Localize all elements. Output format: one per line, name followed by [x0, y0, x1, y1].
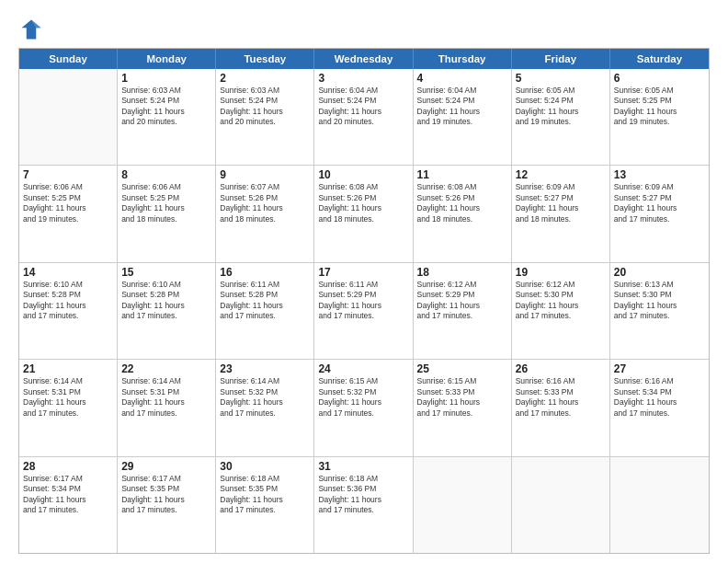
cell-info: Sunrise: 6:14 AMSunset: 5:31 PMDaylight:…	[23, 376, 113, 419]
calendar-row-3: 14Sunrise: 6:10 AMSunset: 5:28 PMDayligh…	[19, 262, 709, 359]
cell-info: Sunrise: 6:11 AMSunset: 5:29 PMDaylight:…	[318, 280, 408, 322]
day-number: 21	[23, 362, 113, 375]
page: SundayMondayTuesdayWednesdayThursdayFrid…	[0, 0, 728, 563]
calendar-cell-4-1: 21Sunrise: 6:14 AMSunset: 5:31 PMDayligh…	[19, 360, 118, 455]
cell-info: Sunrise: 6:15 AMSunset: 5:33 PMDaylight:…	[417, 376, 507, 419]
calendar-cell-5-4: 31Sunrise: 6:18 AMSunset: 5:36 PMDayligh…	[314, 457, 413, 553]
cell-info: Sunrise: 6:16 AMSunset: 5:33 PMDaylight:…	[516, 376, 606, 419]
day-number: 27	[614, 362, 705, 375]
cell-info: Sunrise: 6:15 AMSunset: 5:32 PMDaylight:…	[318, 376, 408, 419]
calendar-cell-4-4: 24Sunrise: 6:15 AMSunset: 5:32 PMDayligh…	[314, 360, 413, 455]
cell-info: Sunrise: 6:18 AMSunset: 5:36 PMDaylight:…	[318, 474, 408, 516]
header-day-thursday: Thursday	[414, 49, 512, 69]
calendar-body: 1Sunrise: 6:03 AMSunset: 5:24 PMDaylight…	[19, 69, 709, 553]
day-number: 26	[516, 362, 606, 375]
day-number: 28	[23, 460, 113, 473]
calendar-row-1: 1Sunrise: 6:03 AMSunset: 5:24 PMDaylight…	[19, 69, 709, 165]
cell-info: Sunrise: 6:17 AMSunset: 5:34 PMDaylight:…	[23, 474, 113, 516]
calendar-cell-2-4: 10Sunrise: 6:08 AMSunset: 5:26 PMDayligh…	[314, 166, 413, 261]
calendar-cell-5-3: 30Sunrise: 6:18 AMSunset: 5:35 PMDayligh…	[216, 457, 314, 553]
day-number: 8	[121, 168, 211, 181]
calendar-cell-5-2: 29Sunrise: 6:17 AMSunset: 5:35 PMDayligh…	[118, 457, 216, 553]
calendar-cell-5-6	[512, 457, 610, 553]
header-day-sunday: Sunday	[19, 49, 118, 69]
calendar-row-2: 7Sunrise: 6:06 AMSunset: 5:25 PMDaylight…	[19, 165, 709, 261]
calendar-cell-3-2: 15Sunrise: 6:10 AMSunset: 5:28 PMDayligh…	[118, 263, 216, 359]
day-number: 1	[121, 72, 211, 85]
day-number: 23	[220, 362, 310, 375]
calendar: SundayMondayTuesdayWednesdayThursdayFrid…	[18, 48, 710, 554]
calendar-cell-3-6: 19Sunrise: 6:12 AMSunset: 5:30 PMDayligh…	[512, 263, 610, 359]
calendar-cell-3-4: 17Sunrise: 6:11 AMSunset: 5:29 PMDayligh…	[314, 263, 413, 359]
calendar-row-5: 28Sunrise: 6:17 AMSunset: 5:34 PMDayligh…	[19, 456, 709, 553]
calendar-cell-1-7: 6Sunrise: 6:05 AMSunset: 5:25 PMDaylight…	[610, 69, 709, 165]
day-number: 22	[121, 362, 211, 375]
header-day-saturday: Saturday	[610, 49, 709, 69]
day-number: 20	[614, 266, 705, 279]
calendar-cell-1-2: 1Sunrise: 6:03 AMSunset: 5:24 PMDaylight…	[118, 69, 216, 165]
calendar-cell-4-5: 25Sunrise: 6:15 AMSunset: 5:33 PMDayligh…	[414, 360, 512, 455]
calendar-cell-3-5: 18Sunrise: 6:12 AMSunset: 5:29 PMDayligh…	[414, 263, 512, 359]
calendar-cell-2-5: 11Sunrise: 6:08 AMSunset: 5:26 PMDayligh…	[414, 166, 512, 261]
cell-info: Sunrise: 6:04 AMSunset: 5:24 PMDaylight:…	[318, 86, 408, 128]
day-number: 2	[220, 72, 310, 85]
day-number: 7	[23, 168, 113, 181]
calendar-cell-3-7: 20Sunrise: 6:13 AMSunset: 5:30 PMDayligh…	[610, 263, 709, 359]
cell-info: Sunrise: 6:06 AMSunset: 5:25 PMDaylight:…	[23, 182, 113, 224]
calendar-cell-5-1: 28Sunrise: 6:17 AMSunset: 5:34 PMDayligh…	[19, 457, 118, 553]
calendar-cell-4-3: 23Sunrise: 6:14 AMSunset: 5:32 PMDayligh…	[216, 360, 314, 455]
day-number: 30	[220, 460, 310, 473]
calendar-cell-3-3: 16Sunrise: 6:11 AMSunset: 5:28 PMDayligh…	[216, 263, 314, 359]
header-day-friday: Friday	[512, 49, 610, 69]
day-number: 17	[318, 266, 408, 279]
logo-icon	[18, 17, 44, 42]
calendar-cell-5-7	[610, 457, 709, 553]
cell-info: Sunrise: 6:04 AMSunset: 5:24 PMDaylight:…	[417, 86, 507, 128]
day-number: 18	[417, 266, 507, 279]
cell-info: Sunrise: 6:14 AMSunset: 5:31 PMDaylight:…	[121, 376, 211, 419]
calendar-cell-1-3: 2Sunrise: 6:03 AMSunset: 5:24 PMDaylight…	[216, 69, 314, 165]
cell-info: Sunrise: 6:11 AMSunset: 5:28 PMDaylight:…	[220, 280, 310, 322]
calendar-header: SundayMondayTuesdayWednesdayThursdayFrid…	[19, 49, 709, 69]
cell-info: Sunrise: 6:07 AMSunset: 5:26 PMDaylight:…	[220, 182, 310, 224]
cell-info: Sunrise: 6:17 AMSunset: 5:35 PMDaylight:…	[121, 474, 211, 516]
day-number: 10	[318, 168, 408, 181]
cell-info: Sunrise: 6:18 AMSunset: 5:35 PMDaylight:…	[220, 474, 310, 516]
day-number: 29	[121, 460, 211, 473]
day-number: 31	[318, 460, 408, 473]
calendar-row-4: 21Sunrise: 6:14 AMSunset: 5:31 PMDayligh…	[19, 359, 709, 455]
cell-info: Sunrise: 6:09 AMSunset: 5:27 PMDaylight:…	[614, 182, 705, 224]
cell-info: Sunrise: 6:16 AMSunset: 5:34 PMDaylight:…	[614, 376, 705, 419]
calendar-cell-2-7: 13Sunrise: 6:09 AMSunset: 5:27 PMDayligh…	[610, 166, 709, 261]
cell-info: Sunrise: 6:12 AMSunset: 5:29 PMDaylight:…	[417, 280, 507, 322]
cell-info: Sunrise: 6:08 AMSunset: 5:26 PMDaylight:…	[318, 182, 408, 224]
cell-info: Sunrise: 6:09 AMSunset: 5:27 PMDaylight:…	[516, 182, 606, 224]
calendar-cell-5-5	[414, 457, 512, 553]
cell-info: Sunrise: 6:13 AMSunset: 5:30 PMDaylight:…	[614, 280, 705, 322]
calendar-cell-3-1: 14Sunrise: 6:10 AMSunset: 5:28 PMDayligh…	[19, 263, 118, 359]
calendar-cell-2-1: 7Sunrise: 6:06 AMSunset: 5:25 PMDaylight…	[19, 166, 118, 261]
day-number: 15	[121, 266, 211, 279]
calendar-cell-1-4: 3Sunrise: 6:04 AMSunset: 5:24 PMDaylight…	[314, 69, 413, 165]
day-number: 14	[23, 266, 113, 279]
header-day-monday: Monday	[118, 49, 216, 69]
cell-info: Sunrise: 6:12 AMSunset: 5:30 PMDaylight:…	[516, 280, 606, 322]
day-number: 4	[417, 72, 507, 85]
calendar-cell-1-1	[19, 69, 118, 165]
calendar-cell-2-3: 9Sunrise: 6:07 AMSunset: 5:26 PMDaylight…	[216, 166, 314, 261]
day-number: 16	[220, 266, 310, 279]
header-day-wednesday: Wednesday	[314, 49, 413, 69]
header	[18, 17, 710, 42]
logo	[18, 17, 48, 42]
calendar-cell-4-7: 27Sunrise: 6:16 AMSunset: 5:34 PMDayligh…	[610, 360, 709, 455]
calendar-cell-4-6: 26Sunrise: 6:16 AMSunset: 5:33 PMDayligh…	[512, 360, 610, 455]
calendar-cell-2-6: 12Sunrise: 6:09 AMSunset: 5:27 PMDayligh…	[512, 166, 610, 261]
cell-info: Sunrise: 6:10 AMSunset: 5:28 PMDaylight:…	[23, 280, 113, 322]
day-number: 12	[516, 168, 606, 181]
day-number: 24	[318, 362, 408, 375]
day-number: 11	[417, 168, 507, 181]
day-number: 19	[516, 266, 606, 279]
cell-info: Sunrise: 6:08 AMSunset: 5:26 PMDaylight:…	[417, 182, 507, 224]
day-number: 9	[220, 168, 310, 181]
cell-info: Sunrise: 6:10 AMSunset: 5:28 PMDaylight:…	[121, 280, 211, 322]
